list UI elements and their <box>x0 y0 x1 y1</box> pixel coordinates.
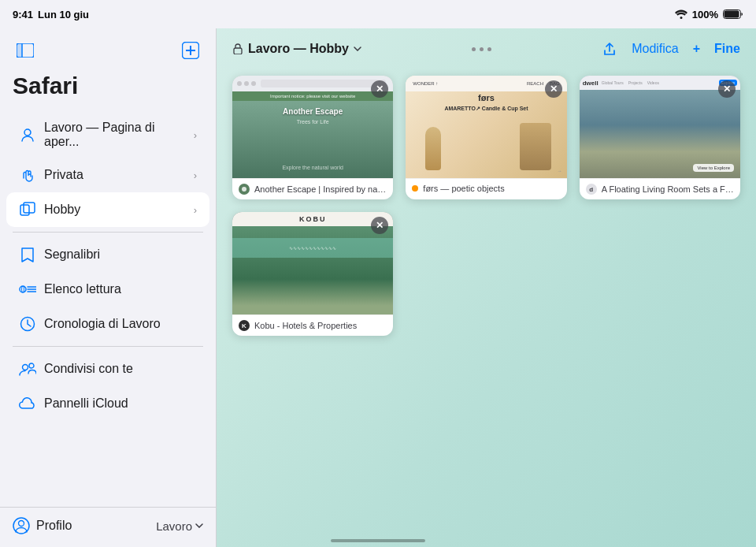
tabs-icon <box>19 201 36 218</box>
sidebar-item-cronologia[interactable]: Cronologia di Lavoro <box>6 307 209 341</box>
profile-label: Profilo <box>36 519 72 533</box>
workspace-label: Lavoro <box>156 519 192 533</box>
main-container: Safari Lavoro — Pagina di aper... › <box>0 28 756 547</box>
hand-icon <box>19 166 36 184</box>
tab-close-dwell[interactable]: ✕ <box>718 80 736 98</box>
sidebar-item-condivisi[interactable]: Condivisi con te <box>6 352 209 386</box>
status-bar-left: 9:41 Lun 10 giu <box>13 9 89 20</box>
sidebar-bottom: Profilo Lavoro <box>0 507 216 547</box>
bookmark-icon <box>19 246 36 263</box>
favicon-dwell: d <box>586 184 597 195</box>
dot-2 <box>480 47 484 51</box>
wifi-icon <box>675 9 687 19</box>
segnalibri-label: Segnalibri <box>44 247 197 262</box>
tab-title-dwell: A Floating Living Room Sets a Family's..… <box>602 184 734 194</box>
tab-footer-kobu: K Kobu - Hotels & Properties <box>232 314 393 336</box>
svg-point-18 <box>23 365 28 370</box>
cronologia-label: Cronologia di Lavoro <box>44 317 197 331</box>
svg-point-21 <box>19 521 24 527</box>
sidebar-item-reading-list[interactable]: Elenco lettura <box>6 272 209 307</box>
svg-point-19 <box>29 363 34 368</box>
sidebar-item-segnalibri[interactable]: Segnalibri <box>6 237 209 272</box>
time: 9:41 <box>13 9 33 20</box>
chevron-down-icon <box>195 523 203 528</box>
svg-point-0 <box>680 17 682 19</box>
lock-icon <box>232 43 243 54</box>
tab-footer-fors: førs — poetic objects <box>406 178 566 198</box>
status-bar-right: 100% <box>675 9 743 20</box>
person-icon <box>19 126 36 143</box>
sidebar-privata-label: Privata <box>44 168 186 182</box>
sidebar-lavoro-label: Lavoro — Pagina di aper... <box>44 121 186 149</box>
header-actions: Modifica + Fine <box>602 41 740 57</box>
sidebar-toggle-btn[interactable] <box>13 38 38 63</box>
sidebar-hobby-label: Hobby <box>44 203 186 217</box>
svg-rect-4 <box>17 43 22 58</box>
tab-title-kobu: Kobu - Hotels & Properties <box>254 321 387 330</box>
battery: 100% <box>692 9 718 20</box>
sidebar-item-privata[interactable]: Privata › <box>6 158 209 192</box>
dot-3 <box>487 47 491 51</box>
content-header: Lavoro — Hobby Modifica + <box>217 28 756 69</box>
tab-thumbnail-dwell: dwell Global Tours Projects Videos Explo… <box>580 76 740 178</box>
profile-icon <box>13 517 30 534</box>
content-area: Lavoro — Hobby Modifica + <box>217 28 756 547</box>
sidebar-item-lavoro[interactable]: Lavoro — Pagina di aper... › <box>6 112 209 158</box>
shared-icon <box>19 360 36 378</box>
profile-btn[interactable]: Profilo <box>13 517 72 534</box>
elenco-lettura-label: Elenco lettura <box>44 282 197 296</box>
modifica-btn[interactable]: Modifica <box>632 42 679 56</box>
tab-close-fors[interactable]: ✕ <box>545 80 562 98</box>
chevron-icon: › <box>194 204 197 216</box>
sidebar-items-list: Lavoro — Pagina di aper... › Privata › <box>0 109 216 507</box>
tabs-grid: Important notice: please visit our websi… <box>217 69 756 547</box>
tab-card-another-escape[interactable]: Important notice: please visit our websi… <box>232 76 393 199</box>
chevron-icon: › <box>194 129 197 141</box>
sidebar-top-icons <box>0 28 216 69</box>
status-bar: 9:41 Lun 10 giu 100% <box>0 0 756 28</box>
date: Lun 10 giu <box>38 9 89 20</box>
workspace-selector[interactable]: Lavoro <box>156 519 203 533</box>
svg-point-23 <box>242 187 246 192</box>
tab-thumbnail-fors: WONDER ↑ REACH BAG førs AMARETTO↗ Candle… <box>406 76 566 178</box>
svg-point-9 <box>24 129 31 136</box>
svg-rect-2 <box>724 11 739 18</box>
fine-btn[interactable]: Fine <box>714 42 740 56</box>
tab-card-dwell[interactable]: dwell Global Tours Projects Videos Explo… <box>580 76 740 199</box>
tab-thumbnail-kobu: KOBU ∿∿∿∿∿∿∿∿∿∿∿∿ <box>232 212 393 314</box>
sidebar-item-hobby[interactable]: Hobby › <box>6 192 209 227</box>
dots-indicator <box>472 43 491 56</box>
favicon-another-escape <box>239 184 250 195</box>
share-btn[interactable] <box>602 41 617 57</box>
tab-footer-another-escape: Another Escape | Inspired by nature <box>232 178 393 199</box>
pannelli-icloud-label: Pannelli iCloud <box>44 396 197 411</box>
tab-footer-dwell: d A Floating Living Room Sets a Family's… <box>580 178 740 199</box>
favicon-kobu: K <box>239 320 250 331</box>
new-tab-btn[interactable] <box>178 38 203 63</box>
svg-point-13 <box>22 286 24 292</box>
cloud-icon <box>19 395 36 412</box>
home-bar <box>331 539 425 542</box>
svg-rect-22 <box>234 48 242 54</box>
tab-card-kobu[interactable]: KOBU ∿∿∿∿∿∿∿∿∿∿∿∿ ✕ K Kobu - Hotels & Pr… <box>232 212 393 336</box>
tab-title-fors: førs — poetic objects <box>423 184 560 193</box>
clock-icon <box>19 315 36 333</box>
tab-card-fors[interactable]: WONDER ↑ REACH BAG førs AMARETTO↗ Candle… <box>406 76 566 199</box>
dropdown-chevron-icon <box>354 47 361 51</box>
svg-point-12 <box>20 286 26 292</box>
sidebar: Safari Lavoro — Pagina di aper... › <box>0 28 217 547</box>
condivisi-label: Condivisi con te <box>44 362 197 376</box>
dot-1 <box>472 47 476 51</box>
safari-title: Safari <box>0 69 216 109</box>
svg-rect-10 <box>20 205 29 215</box>
battery-icon <box>723 9 743 19</box>
favicon-fors <box>412 185 418 192</box>
tab-thumbnail-another-escape: Important notice: please visit our websi… <box>232 76 393 178</box>
group-title: Lavoro — Hobby <box>248 42 349 56</box>
add-btn[interactable]: + <box>693 42 700 56</box>
tab-title-another-escape: Another Escape | Inspired by nature <box>254 184 387 194</box>
reading-list-icon <box>19 281 36 298</box>
group-title-btn[interactable]: Lavoro — Hobby <box>232 42 361 56</box>
divider-1 <box>13 232 203 233</box>
sidebar-item-icloud[interactable]: Pannelli iCloud <box>6 386 209 421</box>
